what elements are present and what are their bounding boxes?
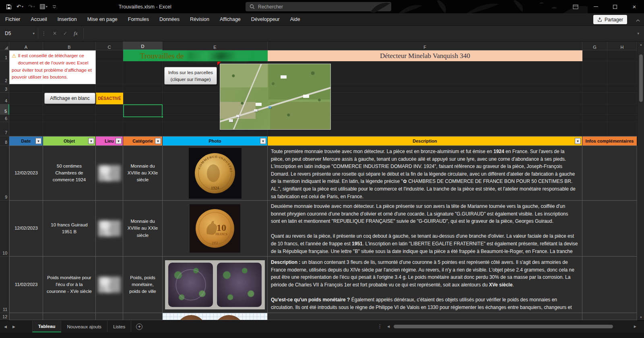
chevron-down-icon[interactable]: ▾ (33, 31, 35, 35)
row-header-6[interactable]: 6 (0, 115, 9, 122)
maximize-button[interactable] (605, 0, 625, 13)
ribbon-display-options-button[interactable] (568, 0, 584, 13)
formula-input[interactable] (83, 28, 632, 39)
table-header-description[interactable]: Description ▾ (268, 136, 582, 146)
table-header-objet[interactable]: Objet ▾ (43, 136, 96, 146)
selected-cell[interactable] (123, 104, 163, 117)
cell-categorie[interactable]: Monnaie du XVIIIe au XXIe siècle (123, 146, 163, 201)
ribbon-tab-donnees[interactable]: Données (154, 13, 185, 26)
row-header-12[interactable]: 12 (0, 313, 9, 320)
row-header-10[interactable]: 10 (0, 201, 9, 257)
column-header-a[interactable]: A (9, 41, 43, 50)
filter-icon[interactable]: ▾ (155, 138, 161, 144)
ribbon-tab-accueil[interactable]: Accueil (26, 13, 52, 26)
column-header-e[interactable]: E (163, 41, 268, 50)
table-header-categorie[interactable]: Catégorie ▾ (123, 136, 163, 146)
table-header-lieu[interactable]: Lieu ▾ (96, 136, 123, 146)
cell-lieu[interactable] (96, 257, 123, 313)
ribbon-tab-affichage[interactable]: Affichage (215, 13, 246, 26)
row-header-7[interactable]: 7 (0, 122, 9, 136)
cell-objet[interactable]: 50 centimes Chambres de commerce 1924 (43, 146, 96, 201)
cell-categorie[interactable]: Monnaie du XVIIIe au XXIe siècle (123, 201, 163, 257)
row-header-3[interactable]: 3 (0, 84, 9, 93)
cell-date[interactable]: 11/02/2023 (9, 257, 43, 313)
scroll-up-icon[interactable]: ▲ (638, 41, 644, 48)
add-sheet-button[interactable]: + (131, 321, 147, 332)
scroll-left-icon[interactable]: ◀ (387, 325, 390, 328)
chevron-down-icon[interactable]: ▾ (22, 5, 23, 8)
table-header-date[interactable]: Date ▾ (9, 136, 43, 146)
filter-sort-icon[interactable]: ▾ (35, 138, 41, 144)
save-button[interactable] (4, 2, 14, 12)
share-button[interactable]: Partager (593, 15, 627, 24)
column-header-g[interactable]: G (582, 41, 607, 50)
column-header-h[interactable]: H (607, 41, 637, 50)
filter-sort-icon[interactable]: ▾ (116, 138, 122, 144)
row-header-8[interactable]: 8 (0, 136, 9, 146)
fill-handle[interactable] (161, 116, 163, 118)
sheet-prev-icon[interactable]: ◀ (4, 325, 7, 329)
horizontal-scrollbar[interactable]: ◀ ▶ (386, 321, 637, 333)
ribbon-tab-revision[interactable]: Révision (185, 13, 215, 26)
cell-categorie[interactable]: Poids, poids monétaire, poids de ville (123, 257, 163, 313)
filter-icon[interactable]: ▾ (575, 138, 581, 144)
row-header-4[interactable]: 4 (0, 93, 9, 104)
cell-categorie[interactable] (123, 313, 163, 320)
minimize-button[interactable] (586, 0, 605, 13)
cell-photo[interactable]: 10 FRANCS 1951 (163, 201, 268, 257)
parcels-aerial-image[interactable] (220, 64, 331, 130)
white-display-button[interactable]: Affichage en blanc (44, 93, 95, 104)
ribbon-tab-fichier[interactable]: Fichier (0, 13, 26, 26)
search-input[interactable] (258, 4, 371, 10)
cell-photo[interactable] (163, 257, 268, 313)
expand-formula-bar-icon[interactable]: ▾ (632, 31, 644, 35)
cell-date[interactable]: 12/02/2023 (9, 201, 43, 257)
table-header-photo[interactable]: Photo ▾ (163, 136, 268, 146)
cell-objet[interactable]: Poids monétaire pour l'écu d'or à la cou… (43, 257, 96, 313)
cell-infos[interactable] (582, 313, 637, 320)
cell-infos[interactable] (582, 146, 637, 201)
cancel-entry-button[interactable]: ✕ (50, 31, 60, 36)
ribbon-collapse-icon[interactable] (636, 17, 640, 24)
tab-options-kebab-icon[interactable]: ⋮ (378, 323, 382, 329)
ribbon-tab-aide[interactable]: Aide (285, 13, 305, 26)
sheet-tab-tableau[interactable]: Tableau (32, 321, 62, 332)
cell-infos[interactable] (582, 201, 637, 257)
undo-button[interactable]: ↶▾ (14, 2, 25, 12)
column-header-d[interactable]: D (123, 41, 163, 50)
column-header-c[interactable]: C (96, 41, 123, 50)
row-header-2[interactable]: 2 (0, 61, 9, 84)
column-header-f[interactable]: F (268, 41, 582, 50)
table-header-infos[interactable]: Infos complémentaires (582, 136, 637, 146)
sheet-tab-nouveaux-ajouts[interactable]: Nouveaux ajouts (61, 321, 107, 332)
redo-button[interactable]: ↷▾ (26, 2, 37, 12)
cell-description[interactable] (268, 313, 582, 320)
ribbon-tab-insertion[interactable]: Insertion (52, 13, 82, 26)
sheet-next-icon[interactable]: ▶ (12, 325, 15, 329)
cell-description[interactable]: Deuxième monnaie trouvée avec mon détect… (268, 201, 582, 257)
customize-qat-button[interactable] (50, 2, 58, 12)
chevron-down-icon[interactable]: ▾ (46, 5, 47, 8)
cell-lieu[interactable] (96, 201, 123, 257)
table-tool-button[interactable]: ▾ (38, 2, 50, 12)
scroll-right-icon[interactable]: ▶ (634, 325, 636, 328)
row-header-1[interactable]: 1 (0, 50, 9, 61)
filter-icon[interactable]: ▾ (88, 138, 94, 144)
close-button[interactable]: × (625, 0, 644, 13)
cell-date[interactable] (9, 313, 43, 320)
ribbon-tab-mise-en-page[interactable]: Mise en page (82, 13, 123, 26)
cell-photo[interactable]: COMMERCE INDUSTRIE 1924 (163, 146, 268, 201)
chevron-down-icon[interactable]: ▾ (33, 5, 35, 8)
cell-infos[interactable] (582, 257, 637, 313)
row-header-11[interactable]: 11 (0, 257, 9, 313)
vertical-scroll-thumb[interactable] (639, 54, 643, 102)
vertical-scrollbar[interactable]: ▲ ▼ (637, 41, 644, 320)
scroll-down-icon[interactable]: ▼ (638, 314, 644, 320)
cell-lieu[interactable] (96, 313, 123, 320)
cell-description[interactable]: Description : un blason contenant 3 fleu… (268, 257, 582, 313)
cell-date[interactable]: 12/02/2023 (9, 146, 43, 201)
search-bar[interactable] (246, 2, 391, 11)
row-header-9[interactable]: 9 (0, 146, 9, 201)
sheet-tab-listes[interactable]: Listes (107, 321, 131, 332)
filter-icon[interactable]: ▾ (260, 138, 266, 144)
